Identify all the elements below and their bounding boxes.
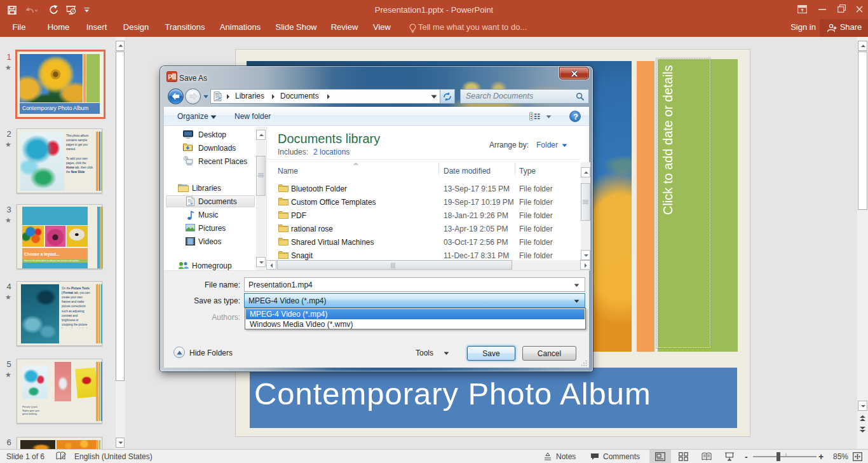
svg-text:P: P [168, 73, 172, 81]
